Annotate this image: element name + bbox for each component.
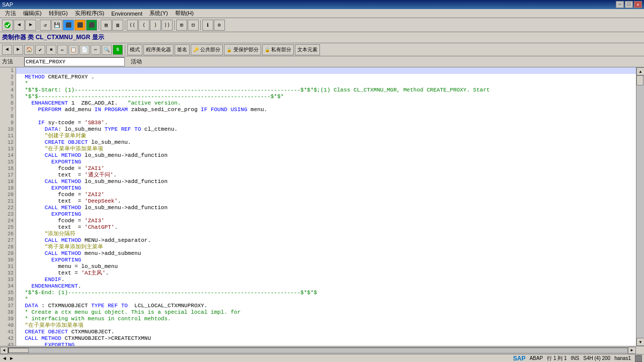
code-line[interactable]: EXPORTING: [16, 211, 636, 218]
toolbar-btn-t2[interactable]: ▥: [112, 20, 123, 31]
code-line[interactable]: fcode = 'ZAI2': [16, 192, 636, 198]
menu-help[interactable]: 帮助(H): [172, 9, 197, 18]
toolbar-btn-t1[interactable]: ▤: [101, 20, 112, 31]
scroll-down-btn[interactable]: ▼: [636, 338, 644, 346]
code-line[interactable]: CALL METHOD menu->add_submenu: [16, 250, 636, 257]
code-line[interactable]: CALL METHOD lo_sub_menu->add_function: [16, 205, 636, 211]
code-line[interactable]: METHOD CREATE_PROXY .: [16, 74, 636, 80]
toolbar-btn-b1[interactable]: ⬛: [63, 20, 74, 31]
code-line[interactable]: EXPORTING: [16, 159, 636, 165]
menu-goto[interactable]: 转到(G): [46, 9, 71, 18]
toolbar-btn-b3[interactable]: ⬛: [86, 20, 97, 31]
hscroll-right-btn[interactable]: ►: [628, 347, 636, 354]
tab-private[interactable]: 🔒 私有部分: [262, 44, 294, 55]
horizontal-scrollbar[interactable]: ◄ ►: [0, 346, 644, 354]
code-line[interactable]: menu = lo_sub_menu: [16, 263, 636, 270]
maximize-button[interactable]: □: [625, 1, 633, 8]
toolbar-btn-b2[interactable]: ⬛: [74, 20, 86, 31]
toolbar2-btn-x[interactable]: ✖: [46, 45, 56, 55]
toolbar-btn-back[interactable]: ◄: [14, 20, 25, 31]
menu-utilities[interactable]: 实用程序(S): [72, 9, 108, 18]
menu-method[interactable]: 方法: [2, 9, 19, 18]
tab-public[interactable]: 🔑 公共部分: [191, 44, 223, 55]
toolbar2-btn-cut[interactable]: ✂: [91, 45, 101, 55]
minimize-button[interactable]: −: [616, 1, 624, 8]
code-line[interactable]: "在子菜单中添加菜单项: [16, 322, 636, 329]
code-line[interactable]: text = 'AI主风'.: [16, 270, 636, 277]
toolbar2-btn-s1[interactable]: S: [113, 45, 123, 55]
tab-text[interactable]: 文本元素: [295, 44, 320, 55]
code-line[interactable]: fcode = 'ZAI3': [16, 218, 636, 224]
toolbar-btn-check[interactable]: [2, 20, 13, 31]
code-line[interactable]: *$*$------------------------------------…: [16, 94, 636, 100]
nav-arrow-left[interactable]: ◄: [2, 355, 7, 361]
toolbar-btn-refresh[interactable]: ↺: [40, 20, 51, 31]
vertical-scrollbar[interactable]: ▲ ▼: [636, 67, 644, 346]
toolbar-btn-view2[interactable]: ⊟: [188, 20, 199, 31]
code-line[interactable]: CALL METHOD lo_sub_menu->add_function: [16, 152, 636, 159]
code-line[interactable]: *$*$-Start: (1)-------------------------…: [16, 87, 636, 94]
toolbar-btn-gear[interactable]: ⚙: [214, 20, 225, 31]
toolbar2-btn-paste[interactable]: 📄: [79, 45, 90, 55]
code-line[interactable]: text = 'ChatGPT'.: [16, 224, 636, 231]
code-line[interactable]: IF sy-tcode = 'SB38'.: [16, 120, 636, 126]
code-line[interactable]: CREATE OBJECT lo_sub_menu.: [16, 139, 636, 146]
scroll-thumb-v[interactable]: [636, 75, 643, 85]
code-line[interactable]: text = '通义千问'.: [16, 172, 636, 178]
method-input[interactable]: [24, 57, 125, 66]
code-line[interactable]: ENDIF.: [16, 277, 636, 283]
hscroll-thumb[interactable]: [9, 348, 29, 353]
code-line[interactable]: EXPORTING: [16, 342, 636, 346]
tab-signature[interactable]: 签名: [175, 44, 190, 55]
toolbar2-btn-edit[interactable]: ✏: [57, 45, 67, 55]
toolbar2-btn-back[interactable]: ◄: [2, 45, 12, 55]
toolbar-btn-save[interactable]: 💾: [51, 20, 62, 31]
code-line[interactable]: *$*$-End: (1)---------------------------…: [16, 290, 636, 296]
tab-mode[interactable]: 模式: [127, 44, 142, 55]
menu-environment[interactable]: Environment: [108, 10, 145, 17]
scroll-up-btn[interactable]: ▲: [636, 67, 644, 75]
code-line[interactable]: ENHANCEMENT 1 ZBC_ADD_AI. "active versio…: [16, 100, 636, 107]
code-line[interactable]: CALL METHOD CTXMNUOBJECT->CREATECTXMNU: [16, 335, 636, 342]
code-line[interactable]: * interfacing with menus in control meht…: [16, 316, 636, 322]
code-line[interactable]: "创建子菜单对象: [16, 133, 636, 139]
menu-edit[interactable]: 编辑(E): [20, 9, 45, 18]
toolbar2-btn-find[interactable]: 🔍: [102, 45, 112, 55]
code-area[interactable]: METHOD CREATE_PROXY . * *$*$-Start: (1)-…: [16, 67, 636, 346]
code-line[interactable]: * Create a ctx menu gui object. This is …: [16, 309, 636, 316]
menu-system[interactable]: 系统(Y): [146, 9, 171, 18]
code-line[interactable]: fcode = 'ZAI1': [16, 165, 636, 172]
code-line[interactable]: [16, 67, 636, 74]
toolbar2-btn-home[interactable]: 🏠: [24, 45, 34, 55]
toolbar-btn-nav1[interactable]: ⟨⟨: [127, 20, 138, 31]
code-line[interactable]: text = 'DeepSeek'.: [16, 198, 636, 205]
code-line[interactable]: DATA : CTXMNUOBJECT TYPE REF TO LCL_LOCA…: [16, 303, 636, 309]
toolbar2-btn-check[interactable]: ✔: [35, 45, 45, 55]
code-line[interactable]: CALL METHOD MENU->add_separator.: [16, 237, 636, 244]
toolbar-btn-nav3[interactable]: ⟩: [150, 20, 161, 31]
tab-beautify[interactable]: 程序美化器: [143, 44, 174, 55]
toolbar-btn-nav2[interactable]: ⟨: [138, 20, 149, 31]
code-line[interactable]: CALL METHOD lo_sub_menu->add_function: [16, 178, 636, 185]
code-line[interactable]: EXPORTING: [16, 257, 636, 263]
toolbar-btn-forward[interactable]: ►: [25, 20, 36, 31]
toolbar2-btn-copy[interactable]: 📋: [68, 45, 78, 55]
code-line[interactable]: DATA: lo_sub_menu TYPE REF TO cl_ctmenu.: [16, 126, 636, 133]
code-line[interactable]: *: [16, 296, 636, 303]
code-line[interactable]: CREATE OBJECT CTXMNUOBJECT.: [16, 329, 636, 335]
code-line[interactable]: PERFORM add_menu IN PROGRAM zabap_sedi_c…: [16, 107, 636, 113]
close-button[interactable]: ✕: [634, 1, 642, 8]
nav-arrow-right[interactable]: ►: [9, 355, 14, 361]
tab-protected[interactable]: 🔒 受保护部分: [224, 44, 261, 55]
code-line[interactable]: ENDENHANCEMENT.: [16, 283, 636, 290]
code-line[interactable]: "将子菜单添加到主菜单: [16, 244, 636, 250]
toolbar2-btn-forward[interactable]: ►: [13, 45, 23, 55]
toolbar-btn-view1[interactable]: ⊞: [176, 20, 187, 31]
code-line[interactable]: EXPORTING: [16, 185, 636, 192]
toolbar-btn-nav4[interactable]: ⟩⟩: [162, 20, 173, 31]
hscroll-left-btn[interactable]: ◄: [0, 347, 8, 354]
code-line[interactable]: *: [16, 80, 636, 87]
toolbar-btn-info[interactable]: ℹ: [202, 20, 213, 31]
code-line[interactable]: "在子菜单中添加菜单项: [16, 146, 636, 152]
code-line[interactable]: "添加分隔符: [16, 231, 636, 237]
